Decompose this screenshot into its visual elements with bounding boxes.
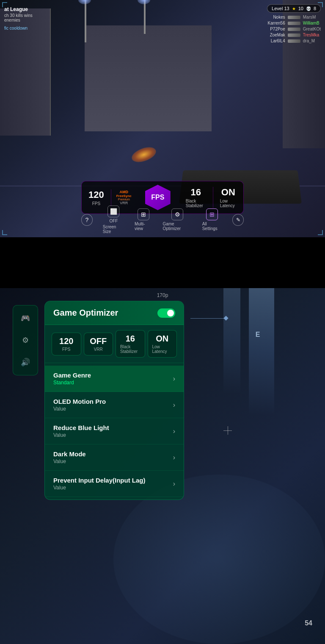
game-optimizer-icon: ⚙ xyxy=(171,208,183,220)
weapon-icon xyxy=(288,28,300,31)
reduce-blue-light-value: Value xyxy=(53,432,109,438)
black-stab-value: 16 xyxy=(190,187,201,198)
oled-motion-item[interactable]: OLED Motion Pro Value › xyxy=(45,392,184,418)
all-settings-label: All Settings xyxy=(202,222,223,231)
stats-row: 120 FPS OFF VRR 16 Black Stabilizer ON L… xyxy=(45,325,184,363)
muzzle-flash xyxy=(130,144,158,165)
hud-top-left: at League ch 30 kills wins enemies fic c… xyxy=(4,6,33,31)
latency-box-label: Low Latency xyxy=(152,344,173,354)
star-icon: ★ xyxy=(292,6,296,11)
crosshair xyxy=(223,426,232,435)
stars-count: 10 xyxy=(298,6,303,11)
dark-mode-value: Value xyxy=(53,458,86,464)
game-optimizer-panel: Game Optimizer 120 FPS OFF VRR 16 Black … xyxy=(44,301,184,500)
all-settings-icon: ⊞ xyxy=(206,208,218,220)
cooldown-text: fic cooldown xyxy=(4,26,33,31)
multiview-icon: ⊞ xyxy=(138,208,149,220)
game-genre-item[interactable]: Game Genre Standard › xyxy=(45,366,184,392)
reduce-blue-light-left: Reduce Blue Light Value xyxy=(53,424,109,438)
chevron-right-icon: › xyxy=(173,401,175,409)
fps-stat: 120 FPS xyxy=(82,189,111,206)
game-title: at League xyxy=(4,6,33,12)
screen-size-value: OFF xyxy=(109,219,118,223)
corner-br xyxy=(318,230,323,235)
corner-tl xyxy=(2,2,7,7)
oled-motion-value: Value xyxy=(53,406,106,412)
hud-top-right: Level 13 ★ 10 💀 8 Nokes MarsM Karren56 W… xyxy=(262,4,321,43)
corner-tr xyxy=(318,2,323,7)
weapon-icon xyxy=(288,22,300,25)
black-stab-box: 16 Black Stabilizer xyxy=(116,330,145,358)
range-line xyxy=(190,318,224,319)
freesync-badge: AMD FreeSync Premium VRR xyxy=(111,190,137,205)
vrr-stat-box: OFF VRR xyxy=(84,333,113,355)
dark-mode-item[interactable]: Dark Mode Value › xyxy=(45,444,184,471)
menu-section: Game Genre Standard › OLED Motion Pro Va… xyxy=(45,363,184,500)
oled-motion-left: OLED Motion Pro Value xyxy=(53,398,106,412)
center-wall xyxy=(85,25,212,131)
multiview-label: Multi-view xyxy=(135,222,152,231)
score-value: TresMka xyxy=(303,33,319,37)
kills-count: 8 xyxy=(314,6,316,11)
chevron-right-icon: › xyxy=(173,375,175,383)
score-value: dra_M xyxy=(303,39,315,43)
panel-title: Game Optimizer xyxy=(53,308,118,318)
all-settings-nav[interactable]: ⊞ All Settings xyxy=(202,208,223,231)
waterfall-1 xyxy=(249,288,274,415)
game-optimizer-label: Game Optimizer xyxy=(162,222,192,231)
edit-button[interactable]: ✎ xyxy=(232,214,244,226)
dark-mode-title: Dark Mode xyxy=(53,450,86,458)
level-badge: Level 13 ★ 10 💀 8 xyxy=(267,4,321,13)
help-button[interactable]: ? xyxy=(81,214,93,226)
bottom-game-section: 170p E 54 🎮 ⚙ 🔊 Game Optimizer 120 FPS O… xyxy=(0,288,325,644)
weapon-icon xyxy=(288,33,300,37)
oled-motion-title: OLED Motion Pro xyxy=(53,398,106,405)
skull-icon: 💀 xyxy=(306,6,311,11)
toggle-switch[interactable] xyxy=(157,308,175,318)
level-text: Level 13 xyxy=(272,6,289,11)
range-diamond xyxy=(223,316,228,321)
black-stab-box-label: Black Stabilizer xyxy=(120,344,140,354)
prevent-input-delay-title: Prevent Input Delay(Input Lag) xyxy=(53,477,146,484)
freesync-text: FreeSync xyxy=(116,194,132,198)
scoreboard: Nokes MarsM Karren56 WilliamB P72Poe Gre… xyxy=(262,15,321,43)
middle-gap xyxy=(0,237,325,288)
kill-count: ch 30 kills wins xyxy=(4,13,33,18)
game-genre-title: Game Genre xyxy=(53,372,91,379)
player-name: ZoeMak xyxy=(262,33,285,37)
waterfall-2 xyxy=(223,288,240,394)
latency-value: ON xyxy=(221,187,235,198)
vrr-label: VRR xyxy=(120,201,128,205)
multiview-nav[interactable]: ⊞ Multi-view xyxy=(135,208,152,231)
sidebar-volume-icon[interactable]: 🔊 xyxy=(18,355,33,370)
top-game-section: at League ch 30 kills wins enemies fic c… xyxy=(0,0,325,237)
street-light-2 xyxy=(144,0,146,34)
latency-box-value: ON xyxy=(156,334,168,344)
screen-size-nav[interactable]: ⬜ OFF Screen Size xyxy=(103,205,124,234)
score-value: WilliamB xyxy=(303,21,319,25)
enemies-text: enemies xyxy=(4,18,33,22)
sidebar: 🎮 ⚙ 🔊 xyxy=(13,305,38,375)
sidebar-settings-icon[interactable]: ⚙ xyxy=(18,333,33,348)
vrr-box-value: OFF xyxy=(90,336,107,346)
prevent-input-delay-value: Value xyxy=(53,485,146,491)
fps-stat-box: 120 FPS xyxy=(52,333,81,355)
fps-label: FPS xyxy=(92,201,100,206)
chevron-right-icon: › xyxy=(173,480,175,488)
e-marker: E xyxy=(256,331,260,339)
score-value: GreatKOt xyxy=(303,27,321,31)
score-row: ZoeMak TresMka xyxy=(262,33,321,37)
screen-size-label: Screen Size xyxy=(103,225,124,234)
reduce-blue-light-item[interactable]: Reduce Blue Light Value › xyxy=(45,418,184,444)
sidebar-gamepad-icon[interactable]: 🎮 xyxy=(18,311,33,326)
game-genre-left: Game Genre Standard xyxy=(53,372,91,386)
black-stab-stat: 16 Black Stabilizer xyxy=(179,187,213,208)
ice-surface xyxy=(113,475,325,644)
fps-indicator-bottom: 170p xyxy=(157,292,168,298)
corner-bl xyxy=(2,230,7,235)
fps-center-label: FPS xyxy=(151,194,164,201)
prevent-input-delay-item[interactable]: Prevent Input Delay(Input Lag) Value › xyxy=(45,471,184,497)
ammo-counter: 54 xyxy=(305,619,312,627)
game-optimizer-nav[interactable]: ⚙ Game Optimizer xyxy=(162,208,192,231)
dark-mode-left: Dark Mode Value xyxy=(53,450,86,464)
